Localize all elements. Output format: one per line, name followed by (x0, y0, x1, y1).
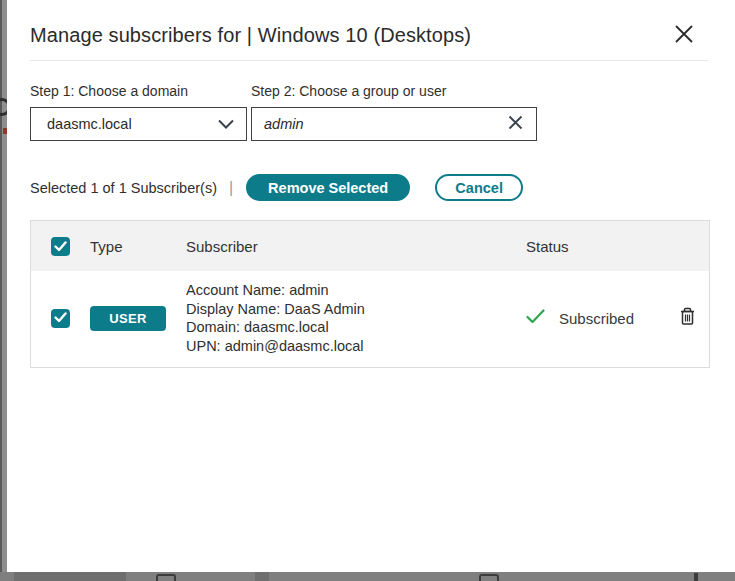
clear-x-icon (507, 114, 524, 134)
delete-subscriber-button[interactable] (679, 307, 696, 329)
step2-label: Step 2: Choose a group or user (251, 83, 537, 99)
domain-field-group: Step 1: Choose a domain daasmc.local (30, 83, 247, 141)
step1-label: Step 1: Choose a domain (30, 83, 247, 99)
check-icon (54, 309, 67, 327)
header-subscriber: Subscriber (186, 238, 526, 255)
dialog-title: Manage subscribers for | Windows 10 (Des… (30, 24, 471, 47)
toolbar-separator: | (229, 179, 233, 197)
background-checkbox-edge (156, 574, 176, 581)
cancel-button[interactable]: Cancel (435, 174, 523, 201)
subscriber-row: USER Account Name: admin Display Name: D… (31, 271, 709, 367)
manage-subscribers-dialog: Manage subscribers for | Windows 10 (Des… (7, 0, 735, 572)
row-status-cell: Subscribed (526, 309, 666, 328)
background-checkbox-edge (479, 574, 499, 581)
background-cell-shade (255, 572, 269, 581)
selection-toolbar: Selected 1 of 1 Subscriber(s) | Remove S… (30, 174, 708, 201)
trash-icon (679, 314, 696, 329)
user-search-field-group: Step 2: Choose a group or user (251, 83, 537, 141)
row-actions-cell (666, 307, 709, 329)
domain-line: Domain: daasmc.local (186, 318, 526, 337)
clear-search-button[interactable] (507, 114, 524, 134)
domain-select-value: daasmc.local (47, 116, 218, 132)
display-name-line: Display Name: DaaS Admin (186, 300, 526, 319)
header-type: Type (90, 238, 186, 255)
group-or-user-search (251, 107, 537, 141)
chevron-down-icon (218, 115, 234, 133)
row-checkbox-cell (31, 309, 90, 328)
group-or-user-input[interactable] (264, 116, 507, 132)
user-type-badge: USER (90, 306, 166, 331)
table-header-row: Type Subscriber Status (31, 221, 709, 271)
check-icon (54, 238, 67, 255)
domain-select[interactable]: daasmc.local (30, 107, 247, 141)
header-status: Status (526, 238, 666, 255)
row-type-cell: USER (90, 306, 186, 331)
status-text: Subscribed (559, 310, 634, 327)
close-button[interactable] (673, 23, 695, 45)
close-x-icon (673, 33, 695, 48)
subscribers-table: Type Subscriber Status USER Account Na (30, 220, 710, 368)
dialog-header: Manage subscribers for | Windows 10 (Des… (30, 0, 708, 61)
select-all-checkbox[interactable] (51, 237, 70, 256)
header-checkbox-cell (31, 237, 90, 256)
background-cell-shade (14, 572, 126, 581)
status-check-icon (526, 309, 545, 328)
background-page-bottom (0, 572, 735, 581)
remove-selected-button[interactable]: Remove Selected (246, 174, 410, 201)
background-page-edge (0, 0, 7, 581)
row-checkbox[interactable] (51, 309, 70, 328)
background-border-mark (694, 573, 698, 581)
account-name-line: Account Name: admin (186, 281, 526, 300)
upn-line: UPN: admin@daasmc.local (186, 337, 526, 356)
row-subscriber-details: Account Name: admin Display Name: DaaS A… (186, 281, 526, 355)
selected-count-text: Selected 1 of 1 Subscriber(s) (30, 180, 217, 196)
choose-subscriber-form: Step 1: Choose a domain daasmc.local Ste… (30, 83, 708, 141)
